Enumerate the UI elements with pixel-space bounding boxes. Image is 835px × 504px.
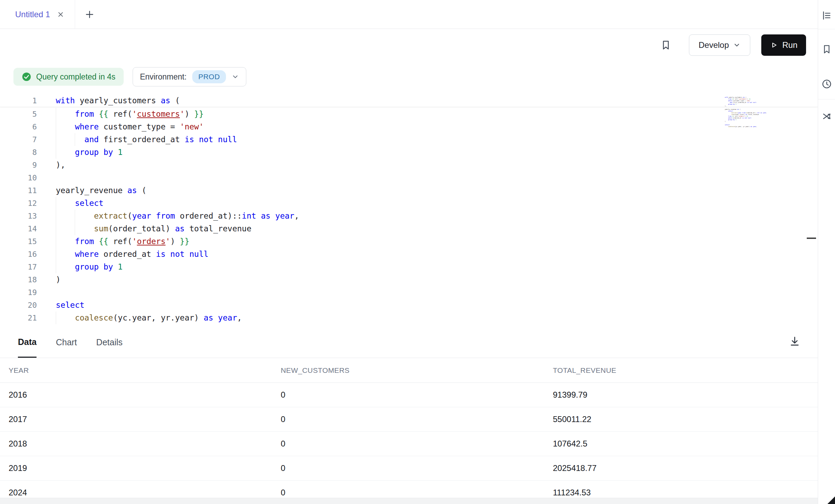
sql-editor[interactable]: 1with yearly_customers as (5 from {{ ref… xyxy=(0,92,818,327)
line-number: 5 xyxy=(0,108,37,120)
run-button[interactable]: Run xyxy=(761,34,806,56)
code-line: 11yearly_revenue as ( xyxy=(0,184,818,197)
table-row: 201902025418.77 xyxy=(0,456,818,481)
code-line: 8 group by 1 xyxy=(0,146,818,159)
scrollbar-thumb[interactable] xyxy=(807,238,816,239)
line-number: 6 xyxy=(0,120,37,133)
close-icon[interactable] xyxy=(57,11,64,18)
table-cell: 0 xyxy=(281,463,553,473)
status-row: Query completed in 4s Environment: PROD xyxy=(0,61,818,92)
line-number: 10 xyxy=(0,171,37,184)
run-label: Run xyxy=(782,40,797,50)
line-number: 7 xyxy=(0,133,37,146)
table-cell: 0 xyxy=(281,390,553,400)
results-panel: DataChartDetails YEARNEW_CUSTOMERSTOTAL_… xyxy=(0,327,818,504)
code-text: group by 1 xyxy=(56,261,123,273)
results-tab-details[interactable]: Details xyxy=(96,327,122,358)
column-header[interactable]: YEAR xyxy=(9,366,281,375)
column-header[interactable]: NEW_CUSTOMERS xyxy=(281,366,553,375)
table-cell: 0 xyxy=(281,439,553,449)
right-rail xyxy=(818,0,835,504)
table-cell: 111234.53 xyxy=(553,488,818,497)
download-icon[interactable] xyxy=(789,335,801,347)
line-number: 18 xyxy=(0,273,37,286)
code-lines: 1with yearly_customers as (5 from {{ ref… xyxy=(0,94,818,324)
table-cell: 91399.79 xyxy=(553,390,818,400)
code-text: yearly_revenue as ( xyxy=(56,184,146,197)
environment-select[interactable]: Environment: PROD xyxy=(133,67,246,86)
code-line: 13 extract(year from ordered_at)::int as… xyxy=(0,210,818,222)
line-number: 8 xyxy=(0,146,37,159)
line-number: 11 xyxy=(0,184,37,197)
query-queue-icon[interactable] xyxy=(821,9,833,22)
line-number: 1 xyxy=(0,94,37,107)
code-text: where customer_type = 'new' xyxy=(56,120,204,133)
table-row: 20170550011.22 xyxy=(0,407,818,432)
code-text: coalesce(yc.year, yr.year) as year, xyxy=(56,312,242,324)
tab-untitled-1[interactable]: Untitled 1 xyxy=(0,0,75,29)
line-number: 13 xyxy=(0,210,37,222)
results-tab-chart[interactable]: Chart xyxy=(56,327,77,358)
table-cell: 550011.22 xyxy=(553,414,818,424)
compare-icon[interactable] xyxy=(821,110,833,123)
table-row: 2016091399.79 xyxy=(0,383,818,407)
environment-label: Environment: xyxy=(140,72,187,82)
code-text: where ordered_at is not null xyxy=(56,248,208,261)
main-area: Untitled 1 Develop Run xyxy=(0,0,818,504)
query-status-badge: Query completed in 4s xyxy=(13,68,124,86)
sticky-code-line: 1with yearly_customers as ( xyxy=(0,94,818,107)
table-cell: 0 xyxy=(281,414,553,424)
bookmark-icon[interactable] xyxy=(821,43,833,55)
code-line: 21 coalesce(yc.year, yr.year) as year, xyxy=(0,312,818,324)
chevron-down-icon xyxy=(231,73,239,81)
code-line: 18) xyxy=(0,273,818,286)
play-icon xyxy=(770,41,778,49)
horizontal-scrollbar[interactable] xyxy=(0,498,818,504)
results-table-header: YEARNEW_CUSTOMERSTOTAL_REVENUE xyxy=(0,358,818,383)
results-tabs: DataChartDetails xyxy=(18,327,123,358)
code-text: select xyxy=(56,299,84,312)
bookmark-icon[interactable] xyxy=(660,39,672,51)
code-line: 5 from {{ ref('customers') }} xyxy=(0,108,818,120)
history-icon[interactable] xyxy=(821,78,833,90)
develop-label: Develop xyxy=(699,40,729,50)
line-number: 9 xyxy=(0,159,37,171)
table-cell: 2025418.77 xyxy=(553,463,818,473)
table-cell: 107642.5 xyxy=(553,439,818,449)
code-text: ) xyxy=(56,273,61,286)
results-tab-bar: DataChartDetails xyxy=(0,327,818,358)
table-cell: 2019 xyxy=(9,463,281,473)
plus-icon[interactable] xyxy=(85,10,94,19)
minimap[interactable]: with yearly_customers as ( from {{ ref('… xyxy=(725,96,767,135)
line-number: 16 xyxy=(0,248,37,261)
code-line: 17 group by 1 xyxy=(0,261,818,273)
table-cell: 2016 xyxy=(9,390,281,400)
code-line: 10 xyxy=(0,171,818,184)
line-number: 19 xyxy=(0,286,37,299)
code-text: with yearly_customers as ( xyxy=(56,94,180,107)
code-text: extract(year from ordered_at)::int as ye… xyxy=(56,210,299,222)
code-line: 12 select xyxy=(0,197,818,210)
code-line: 7 and first_ordered_at is not null xyxy=(0,133,818,146)
results-tab-data[interactable]: Data xyxy=(18,327,37,358)
code-text: from {{ ref('customers') }} xyxy=(56,108,204,120)
line-number: 12 xyxy=(0,197,37,210)
column-header[interactable]: TOTAL_REVENUE xyxy=(553,366,818,375)
code-line: 9), xyxy=(0,159,818,171)
line-number: 21 xyxy=(0,312,37,324)
code-line: 6 where customer_type = 'new' xyxy=(0,120,818,133)
results-table-body: 2016091399.7920170550011.2220180107642.5… xyxy=(0,383,818,504)
editor-tab-bar: Untitled 1 xyxy=(0,0,818,29)
code-text: ), xyxy=(56,159,65,171)
table-row: 20180107642.5 xyxy=(0,432,818,456)
environment-badge: PROD xyxy=(192,70,226,83)
code-text: from {{ ref('orders') }} xyxy=(56,235,189,248)
resize-handle[interactable] xyxy=(827,496,835,504)
code-line: 19 xyxy=(0,286,818,299)
chevron-down-icon xyxy=(733,41,741,49)
query-status-text: Query completed in 4s xyxy=(36,72,115,82)
toolbar: Develop Run xyxy=(0,29,818,61)
develop-dropdown[interactable]: Develop xyxy=(689,34,750,56)
line-number: 17 xyxy=(0,261,37,273)
table-cell: 2018 xyxy=(9,439,281,449)
